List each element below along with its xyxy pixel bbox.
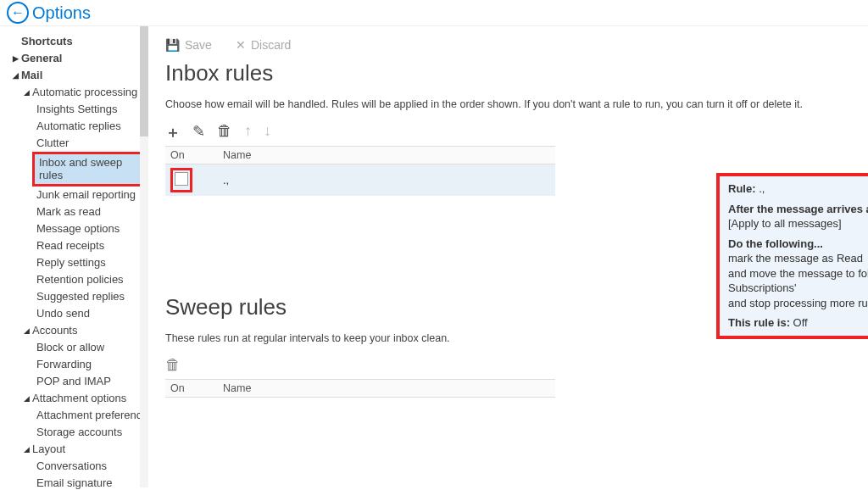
table-header: On Name xyxy=(165,379,555,398)
rule-name: ., xyxy=(759,182,765,195)
edit-rule-button[interactable]: ✎ xyxy=(192,122,205,142)
delete-sweep-button[interactable]: 🗑 xyxy=(165,356,181,374)
nav-reply-settings[interactable]: Reply settings xyxy=(0,254,148,271)
rule-action-1: mark the message as Read xyxy=(728,251,868,266)
nav-attachment-options[interactable]: ◢Attachment options xyxy=(0,390,148,407)
nav-read-receipts[interactable]: Read receipts xyxy=(0,237,148,254)
nav-attachment-preference[interactable]: Attachment preference xyxy=(0,407,148,424)
table-row[interactable]: ., xyxy=(165,164,555,196)
sweep-rules-table: On Name xyxy=(165,379,555,398)
arrow-left-icon: ← xyxy=(11,5,25,20)
chevron-down-icon: ◢ xyxy=(22,88,31,97)
rule-status-value: Off xyxy=(793,316,808,329)
rule-details-panel: Rule: ., After the message arrives and..… xyxy=(716,173,868,339)
nav-block-allow[interactable]: Block or allow xyxy=(0,339,148,356)
col-name: Name xyxy=(218,380,555,397)
nav-pop-imap[interactable]: POP and IMAP xyxy=(0,373,148,390)
nav-automatic-processing[interactable]: ◢Automatic processing xyxy=(0,84,148,101)
move-down-button[interactable]: ↓ xyxy=(264,122,271,142)
action-toolbar: 💾 Save ✕ Discard xyxy=(165,38,851,52)
back-button[interactable]: ← xyxy=(7,2,29,24)
do-following-label: Do the following... xyxy=(728,237,823,250)
nav-suggested-replies[interactable]: Suggested replies xyxy=(0,288,148,305)
nav-forwarding[interactable]: Forwarding xyxy=(0,356,148,373)
scrollbar[interactable] xyxy=(140,26,148,487)
nav-storage-accounts[interactable]: Storage accounts xyxy=(0,424,148,441)
nav-shortcuts[interactable]: Shortcuts xyxy=(0,33,148,50)
col-on: On xyxy=(165,147,218,164)
rule-enabled-checkbox[interactable] xyxy=(175,172,188,186)
nav-mail[interactable]: ◢Mail xyxy=(0,67,148,84)
chevron-right-icon: ▶ xyxy=(11,54,19,63)
inbox-rules-table: On Name ., xyxy=(165,146,555,196)
nav-insights-settings[interactable]: Insights Settings xyxy=(0,101,148,118)
rule-toolbar: ＋ ✎ 🗑 ↑ ↓ xyxy=(165,122,851,142)
scroll-thumb[interactable] xyxy=(140,26,148,136)
inbox-rules-heading: Inbox rules xyxy=(165,60,851,86)
col-on: On xyxy=(165,380,218,397)
nav-layout[interactable]: ◢Layout xyxy=(0,441,148,458)
add-rule-button[interactable]: ＋ xyxy=(165,122,181,142)
nav-mark-as-read[interactable]: Mark as read xyxy=(0,203,148,220)
rule-name-cell: ., xyxy=(218,170,555,190)
nav-junk-email-reporting[interactable]: Junk email reporting xyxy=(0,187,148,203)
nav-email-signature[interactable]: Email signature xyxy=(0,475,148,490)
rule-action-3: and stop processing more rules on this m… xyxy=(728,296,868,311)
chevron-down-icon: ◢ xyxy=(11,71,19,80)
inbox-rules-description: Choose how email will be handled. Rules … xyxy=(165,98,851,110)
nav-accounts[interactable]: ◢Accounts xyxy=(0,322,148,339)
nav-sidebar: Shortcuts ▶General ◢Mail ◢Automatic proc… xyxy=(0,26,148,487)
nav-conversations[interactable]: Conversations xyxy=(0,458,148,475)
nav-automatic-replies[interactable]: Automatic replies xyxy=(0,118,148,135)
chevron-down-icon: ◢ xyxy=(22,445,31,454)
save-icon: 💾 xyxy=(165,38,180,52)
table-header: On Name xyxy=(165,146,555,164)
sweep-toolbar: 🗑 xyxy=(165,356,851,374)
nav-inbox-sweep-rules[interactable]: Inbox and sweep rules xyxy=(35,154,140,184)
chevron-down-icon: ◢ xyxy=(22,326,31,335)
rule-action-2: and move the message to folder 'RSS Subs… xyxy=(728,266,868,296)
rule-label: Rule: xyxy=(728,182,756,195)
discard-button[interactable]: ✕ Discard xyxy=(236,38,291,52)
chevron-down-icon: ◢ xyxy=(22,394,31,403)
nav-undo-send[interactable]: Undo send xyxy=(0,305,148,322)
nav-clutter[interactable]: Clutter xyxy=(0,135,148,152)
nav-message-options[interactable]: Message options xyxy=(0,220,148,237)
main-content: 💾 Save ✕ Discard Inbox rules Choose how … xyxy=(148,26,868,487)
page-header: ← Options xyxy=(0,0,868,26)
nav-retention-policies[interactable]: Retention policies xyxy=(0,271,148,288)
discard-icon: ✕ xyxy=(236,38,246,52)
rule-condition: [Apply to all messages] xyxy=(728,216,868,231)
after-arrives-label: After the message arrives and... xyxy=(728,203,868,215)
save-button[interactable]: 💾 Save xyxy=(165,38,212,52)
rule-status-label: This rule is: xyxy=(728,316,790,329)
nav-general[interactable]: ▶General xyxy=(0,50,148,67)
col-name: Name xyxy=(218,147,555,164)
move-up-button[interactable]: ↑ xyxy=(244,122,252,142)
delete-rule-button[interactable]: 🗑 xyxy=(217,122,232,142)
page-title: Options xyxy=(32,3,91,23)
